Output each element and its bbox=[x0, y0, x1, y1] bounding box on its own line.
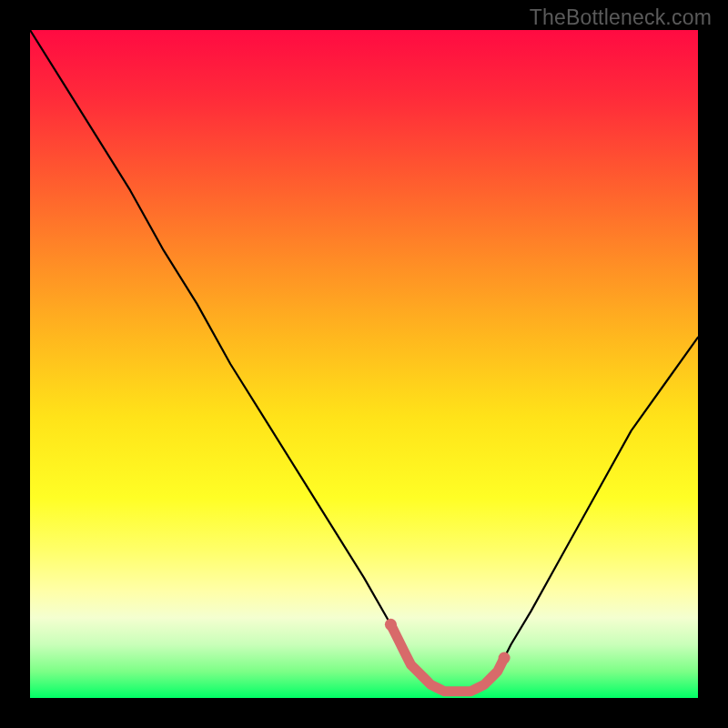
valley-marker-group bbox=[385, 619, 511, 692]
chart-svg bbox=[30, 30, 698, 698]
bottleneck-curve bbox=[30, 30, 698, 692]
valley-marker-dot bbox=[385, 619, 397, 631]
watermark-label: TheBottleneck.com bbox=[530, 5, 712, 30]
curve-line bbox=[30, 30, 698, 692]
valley-marker-dot bbox=[499, 652, 511, 664]
chart-plot-area bbox=[30, 30, 698, 698]
valley-marker-path bbox=[390, 624, 504, 691]
